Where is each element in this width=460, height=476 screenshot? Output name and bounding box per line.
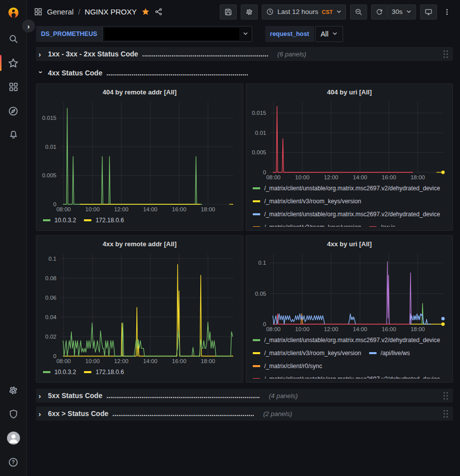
- sidebar-item-server-admin[interactable]: [0, 402, 27, 426]
- legend-item[interactable]: /_matrix/client/unstable/org.matrix.msc2…: [253, 373, 440, 379]
- legend-item[interactable]: /_matrix/client/r0/sync: [253, 360, 322, 373]
- row-header-1xx-3xx-2xx[interactable]: › 1xx - 3xx - 2xx Status Code ..........…: [36, 47, 453, 61]
- datasource-variable-select[interactable]: [102, 26, 252, 42]
- row-header-5xx[interactable]: › 5xx Status Code ......................…: [36, 389, 453, 403]
- svg-text:10:00: 10:00: [85, 358, 100, 364]
- panel-title[interactable]: 404 by uri [All]: [251, 86, 448, 98]
- row-drag-handle-icon[interactable]: [443, 409, 449, 419]
- breadcrumb-folder[interactable]: General: [47, 7, 73, 16]
- row-header-4xx[interactable]: › 4xx Status Code ......................…: [36, 66, 453, 80]
- legend-item[interactable]: /_matrix/client/unstable/org.matrix.msc2…: [253, 334, 440, 347]
- sidebar-item-alerting[interactable]: [0, 123, 27, 147]
- svg-text:12:00: 12:00: [114, 358, 128, 364]
- star-icon: [8, 58, 18, 68]
- timeseries-chart[interactable]: 08:0010:0012:0014:0016:0018:0000.020.040…: [41, 250, 238, 366]
- chevron-right-icon: ›: [38, 392, 44, 400]
- legend-item[interactable]: /api/live/ws: [369, 347, 410, 360]
- chevron-down-icon: [243, 31, 248, 36]
- refresh-group: 30s: [371, 4, 416, 19]
- row-title-dots: ........................................…: [106, 392, 260, 400]
- legend-swatch: [253, 213, 260, 215]
- kebab-menu-icon: [443, 8, 451, 16]
- svg-text:12:00: 12:00: [114, 206, 128, 212]
- time-range-picker[interactable]: Last 12 hours CST: [262, 4, 346, 19]
- refresh-button[interactable]: [371, 4, 388, 19]
- row-panel-count: (2 panels): [263, 410, 292, 418]
- sidebar-item-starred[interactable]: [0, 51, 27, 75]
- row-title-dots: ........................................…: [106, 69, 248, 77]
- timeseries-chart[interactable]: 08:0010:0012:0014:0016:0018:0000.0050.01…: [41, 98, 238, 214]
- user-avatar: [7, 432, 20, 445]
- chevron-down-icon: [332, 31, 338, 36]
- legend-swatch: [253, 187, 260, 189]
- panel-404-by-remote-addr: 404 by remote addr [All] 08:0010:0012:00…: [36, 83, 243, 231]
- request-host-variable-select[interactable]: All: [315, 26, 343, 42]
- row-header-6xx[interactable]: › 6xx > Status Code ....................…: [36, 407, 453, 421]
- svg-text:0: 0: [53, 201, 56, 207]
- legend-label: /_matrix/client/unstable/org.matrix.msc2…: [264, 376, 440, 379]
- tv-monitor-icon: [425, 8, 433, 16]
- legend-label: /_matrix/client/v3/room_keys/version: [264, 198, 361, 205]
- legend-label: /_matrix/client/r0/sync: [264, 363, 322, 370]
- legend-swatch: [253, 365, 260, 367]
- timezone-label: CST: [322, 9, 333, 15]
- favorite-star-icon[interactable]: [141, 7, 150, 16]
- row-panel-count: (4 panels): [269, 392, 298, 400]
- refresh-interval-picker[interactable]: 30s: [388, 4, 416, 19]
- timeseries-chart[interactable]: 08:0010:0012:0014:0016:0018:0000.050.1: [251, 250, 448, 334]
- legend-label: /sw.js: [381, 224, 395, 227]
- share-icon[interactable]: [154, 7, 163, 16]
- sidebar-item-explore[interactable]: [0, 99, 27, 123]
- sidebar-item-dashboards[interactable]: [0, 75, 27, 99]
- legend-item[interactable]: 172.18.0.6: [84, 214, 124, 227]
- chevron-right-icon: ›: [38, 50, 44, 58]
- row-drag-handle-icon[interactable]: [443, 391, 449, 401]
- legend-swatch: [84, 371, 91, 373]
- main-area: General / NGINX PROXY: [27, 0, 460, 476]
- zoom-out-time-button[interactable]: [350, 4, 367, 19]
- svg-text:0.005: 0.005: [252, 149, 266, 155]
- legend-item[interactable]: /_matrix/client/unstable/org.matrix.msc2…: [253, 182, 440, 195]
- shield-icon: [8, 409, 18, 419]
- legend-item[interactable]: /_matrix/client/v3/room_keys/version: [253, 195, 361, 208]
- grafana-app: ›: [0, 0, 460, 476]
- legend-label: /_matrix/client/unstable/org.matrix.msc2…: [264, 337, 440, 344]
- svg-text:0.05: 0.05: [255, 291, 266, 297]
- panel-title[interactable]: 4xx by remote addr [All]: [41, 238, 238, 250]
- save-dashboard-button[interactable]: [220, 4, 237, 19]
- row-title-dots: ........................................…: [112, 410, 254, 418]
- row-title: 5xx Status Code: [48, 392, 102, 400]
- sidebar-item-search[interactable]: [0, 27, 27, 51]
- legend-item[interactable]: /sw.js: [369, 221, 395, 227]
- dashboard-settings-button[interactable]: [241, 4, 258, 19]
- panel-title[interactable]: 4xx by uri [All]: [251, 238, 448, 250]
- svg-text:0.02: 0.02: [45, 334, 56, 340]
- svg-text:0.01: 0.01: [45, 144, 56, 150]
- svg-text:14:00: 14:00: [353, 174, 367, 180]
- sidebar-item-configuration[interactable]: [0, 378, 27, 402]
- timeseries-chart[interactable]: 08:0010:0012:0014:0016:0018:0000.0050.01…: [251, 98, 448, 182]
- top-navbar: General / NGINX PROXY: [27, 0, 460, 23]
- cycle-view-mode-button[interactable]: [420, 4, 437, 19]
- legend-item[interactable]: /_matrix/client/v3/room_keys/version: [253, 347, 361, 360]
- svg-text:0.06: 0.06: [45, 295, 56, 301]
- sidebar-item-profile[interactable]: [0, 426, 27, 450]
- legend-item[interactable]: 10.0.3.2: [43, 214, 76, 227]
- more-options-button[interactable]: [441, 4, 453, 19]
- legend-item[interactable]: /_matrix/client/unstable/org.matrix.msc2…: [253, 208, 440, 221]
- chevron-down-icon: ›: [37, 71, 45, 76]
- sidebar-item-help[interactable]: ?: [0, 450, 27, 474]
- dashboard-title[interactable]: NGINX PROXY: [85, 7, 137, 16]
- svg-text:0.01: 0.01: [255, 130, 266, 136]
- row-drag-handle-icon[interactable]: [443, 49, 449, 59]
- legend-item[interactable]: 10.0.3.2: [43, 366, 76, 379]
- sidebar-expand-toggle[interactable]: ›: [22, 19, 35, 32]
- grafana-logo-icon: [6, 6, 20, 20]
- refresh-interval-label: 30s: [392, 8, 403, 15]
- svg-text:12:00: 12:00: [324, 326, 338, 332]
- legend-item[interactable]: /_matrix/client/v3/room_keys/version: [253, 221, 361, 227]
- legend-label: 172.18.0.6: [95, 369, 124, 376]
- svg-text:08:00: 08:00: [266, 174, 281, 180]
- panel-title[interactable]: 404 by remote addr [All]: [41, 86, 238, 98]
- legend-item[interactable]: 172.18.0.6: [84, 366, 124, 379]
